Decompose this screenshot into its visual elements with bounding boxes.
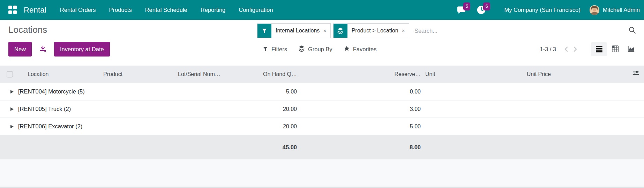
- facet-remove-icon[interactable]: ×: [402, 24, 409, 38]
- menu-rental-schedule[interactable]: Rental Schedule: [145, 7, 187, 13]
- menu-reporting[interactable]: Reporting: [201, 7, 226, 13]
- apps-grid-icon[interactable]: [8, 6, 17, 14]
- group-row-rent005[interactable]: [RENT005] Truck (2) 20.00 3.00: [0, 100, 644, 118]
- chat-bubble-icon: [457, 10, 466, 16]
- table-header-row: Location Product Lot/Serial Num… On Hand…: [0, 66, 644, 83]
- inventory-at-date-button[interactable]: Inventory at Date: [54, 42, 110, 57]
- on-hand-qty: 20.00: [252, 123, 300, 130]
- menu-rental-orders[interactable]: Rental Orders: [60, 7, 96, 13]
- filter-funnel-icon: [257, 24, 271, 38]
- facet-label: Internal Locations: [271, 24, 323, 38]
- group-cell: [RENT004] Motorcycle (5): [0, 88, 252, 95]
- column-header-reserved[interactable]: Reserve…: [300, 71, 424, 77]
- list-view-button[interactable]: [591, 42, 607, 56]
- control-panel: Locations Internal Locations × Product >…: [0, 20, 644, 66]
- new-button[interactable]: New: [8, 42, 32, 57]
- filters-funnel-icon: [262, 46, 268, 53]
- locations-list-view: Location Product Lot/Serial Num… On Hand…: [0, 66, 644, 159]
- total-on-hand: 45.00: [252, 144, 300, 151]
- bottom-edge: [0, 187, 644, 188]
- main-menu: Rental Orders Products Rental Schedule R…: [60, 7, 273, 13]
- group-by-layers-icon: [334, 24, 347, 38]
- header-filler-cell: [555, 70, 644, 78]
- optional-columns-sliders-icon[interactable]: [632, 70, 639, 78]
- on-hand-qty: 5.00: [252, 89, 300, 95]
- pager-nav: [564, 46, 578, 53]
- group-by-button[interactable]: Group By: [298, 45, 332, 53]
- pager-next-icon[interactable]: [573, 46, 578, 53]
- search-facet-product-location: Product > Location ×: [333, 23, 409, 38]
- reserved-qty: 3.00: [300, 106, 424, 112]
- expand-caret-icon[interactable]: [10, 107, 14, 111]
- column-header-on-hand[interactable]: On Hand Q…: [252, 71, 300, 77]
- group-cell: [RENT006] Excavator (2): [0, 123, 252, 130]
- group-row-rent004[interactable]: [RENT004] Motorcycle (5) 5.00 0.00: [0, 83, 644, 100]
- user-menu[interactable]: Mitchell Admin: [590, 5, 640, 15]
- search-magnifier-icon: [628, 26, 636, 36]
- download-icon: [39, 45, 47, 54]
- activities-button[interactable]: 6: [477, 5, 486, 15]
- navbar-systray: 5 6 My Company (San Francisco) Mitchell …: [457, 5, 640, 15]
- column-header-unit-price[interactable]: Unit Price: [480, 71, 555, 77]
- top-navbar: Rental Rental Orders Products Rental Sch…: [0, 0, 644, 20]
- control-panel-buttons-row: New Inventory at Date Filters: [0, 42, 644, 57]
- export-download-button[interactable]: [32, 42, 54, 57]
- action-buttons: New Inventory at Date: [8, 42, 110, 57]
- select-all-checkbox[interactable]: [7, 71, 13, 77]
- search-options: Filters Group By Favorites: [262, 42, 376, 57]
- activities-badge: 6: [483, 2, 490, 10]
- empty-area: [0, 159, 644, 187]
- list-view-icon: [595, 45, 603, 54]
- app-brand[interactable]: Rental: [24, 6, 46, 15]
- pivot-view-icon: [611, 45, 619, 54]
- group-label: [RENT006] Excavator (2): [18, 123, 82, 130]
- column-header-lot-serial[interactable]: Lot/Serial Num…: [177, 71, 252, 77]
- search-input[interactable]: [412, 28, 628, 34]
- reserved-qty: 0.00: [300, 89, 424, 95]
- user-name: Mitchell Admin: [603, 7, 640, 13]
- pivot-view-button[interactable]: [607, 42, 623, 56]
- messages-badge: 5: [463, 2, 470, 10]
- pager-previous-icon[interactable]: [564, 46, 569, 53]
- filters-button[interactable]: Filters: [262, 46, 287, 53]
- pager[interactable]: 1-3 / 3: [540, 46, 556, 53]
- group-by-label: Group By: [308, 46, 332, 53]
- header-checkbox-cell: [0, 71, 20, 77]
- favorites-button[interactable]: Favorites: [344, 45, 377, 53]
- user-avatar: [590, 5, 599, 15]
- menu-configuration[interactable]: Configuration: [239, 7, 273, 13]
- messages-button[interactable]: 5: [457, 5, 466, 15]
- search-bar: Internal Locations × Product > Location …: [257, 23, 639, 40]
- filters-label: Filters: [271, 46, 287, 53]
- clock-icon: [477, 10, 486, 16]
- column-header-unit[interactable]: Unit: [424, 71, 480, 77]
- group-cell: [RENT005] Truck (2): [0, 106, 252, 112]
- favorites-label: Favorites: [353, 46, 377, 53]
- table-totals-row: 45.00 8.00: [0, 135, 644, 159]
- graph-view-icon: [627, 45, 635, 54]
- company-switcher[interactable]: My Company (San Francisco): [504, 7, 580, 13]
- page-title: Locations: [8, 24, 47, 35]
- search-facet-internal-locations: Internal Locations ×: [257, 23, 331, 38]
- expand-caret-icon[interactable]: [10, 90, 14, 93]
- star-icon: [344, 45, 350, 53]
- facet-label: Product > Location: [347, 24, 402, 38]
- pager-and-views: 1-3 / 3: [540, 42, 639, 57]
- group-label: [RENT004] Motorcycle (5): [18, 88, 85, 95]
- expand-caret-icon[interactable]: [10, 125, 14, 128]
- on-hand-qty: 20.00: [252, 106, 300, 112]
- column-header-location[interactable]: Location: [20, 71, 102, 77]
- total-reserved: 8.00: [300, 144, 424, 151]
- facet-remove-icon[interactable]: ×: [323, 24, 330, 38]
- group-label: [RENT005] Truck (2): [18, 106, 71, 112]
- reserved-qty: 5.00: [300, 123, 424, 130]
- group-row-rent006[interactable]: [RENT006] Excavator (2) 20.00 5.00: [0, 118, 644, 135]
- group-by-layers-icon: [298, 45, 305, 53]
- column-header-product[interactable]: Product: [102, 71, 177, 77]
- rental-app-screen: Rental Rental Orders Products Rental Sch…: [0, 0, 644, 188]
- menu-products[interactable]: Products: [109, 7, 132, 13]
- graph-view-button[interactable]: [623, 42, 639, 56]
